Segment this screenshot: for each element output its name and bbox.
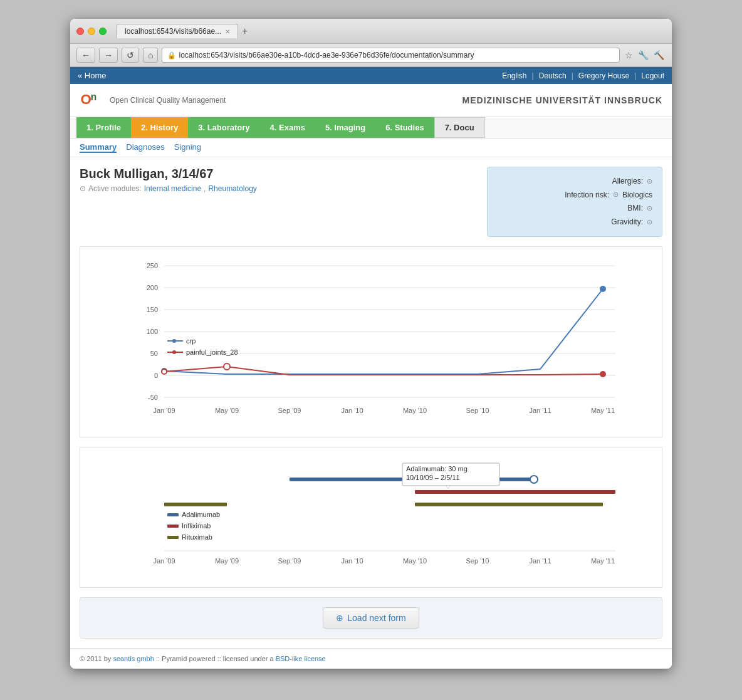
- bookmark-icon[interactable]: ☆: [624, 49, 634, 61]
- svg-text:Jan '10: Jan '10: [341, 557, 363, 565]
- subnav-diagnoses[interactable]: Diagnoses: [126, 142, 164, 153]
- forward-button[interactable]: →: [99, 48, 118, 63]
- tab-title: localhost:6543/visits/b66ae...: [125, 27, 221, 36]
- browser-tabs: localhost:6543/visits/b66ae... ✕ +: [117, 24, 666, 38]
- load-label: Load next form: [347, 613, 405, 623]
- svg-text:50: 50: [150, 350, 158, 357]
- svg-text:150: 150: [147, 306, 158, 313]
- svg-rect-51: [164, 503, 227, 506]
- svg-text:n: n: [91, 91, 97, 102]
- main-nav: 1. Profile 2. History 3. Laboratory 4. E…: [70, 117, 672, 138]
- bmi-icon: ⊙: [647, 202, 652, 215]
- allergies-icon: ⊙: [647, 175, 652, 188]
- svg-text:Sep '10: Sep '10: [466, 557, 489, 565]
- svg-point-33: [172, 350, 176, 354]
- bmi-label: BMI:: [627, 202, 643, 216]
- svg-text:Adalimumab: Adalimumab: [182, 511, 220, 518]
- active-tab[interactable]: localhost:6543/visits/b66ae... ✕: [117, 24, 238, 38]
- tab-imaging[interactable]: 5. Imaging: [315, 117, 375, 138]
- gravidity-icon: ⊙: [647, 216, 652, 229]
- browser-toolbar: ← → ↺ ⌂ 🔒 localhost:6543/visits/b66ae30e…: [70, 44, 672, 67]
- infection-row: Infection risk: ⊙ Biologics: [497, 189, 652, 202]
- svg-text:-50: -50: [148, 394, 158, 401]
- bmi-row: BMI: ⊙: [497, 202, 652, 216]
- svg-text:250: 250: [147, 262, 158, 269]
- left-content: Buck Mulligan, 3/14/67 ⊙ Active modules:…: [80, 167, 478, 237]
- bsd-license-link[interactable]: BSD-like license: [276, 655, 326, 662]
- logout-link[interactable]: Logout: [641, 71, 664, 80]
- tab-studies[interactable]: 6. Studies: [375, 117, 434, 138]
- home-link[interactable]: Home: [78, 71, 107, 80]
- svg-text:May '11: May '11: [591, 557, 615, 565]
- gravidity-row: Gravidity: ⊙: [497, 216, 652, 229]
- svg-text:Sep '09: Sep '09: [278, 407, 301, 414]
- svg-point-25: [600, 286, 605, 291]
- tab-laboratory[interactable]: 3. Laboratory: [188, 117, 259, 138]
- svg-text:Rituximab: Rituximab: [182, 533, 212, 541]
- module-internal-medicine[interactable]: Internal medicine: [144, 184, 201, 193]
- user-name[interactable]: Gregory House: [578, 71, 629, 80]
- footer-text-3: :: licensed under a: [217, 655, 274, 662]
- svg-text:crp: crp: [186, 337, 196, 345]
- svg-text:100: 100: [147, 328, 158, 335]
- svg-text:Infliximab: Infliximab: [182, 522, 211, 530]
- load-icon: ⊕: [336, 613, 343, 623]
- svg-text:Jan '09: Jan '09: [153, 557, 175, 565]
- tab-history[interactable]: 2. History: [131, 117, 188, 138]
- svg-text:Jan '11: Jan '11: [529, 557, 551, 565]
- seantis-link[interactable]: seantis gmbh: [113, 655, 154, 662]
- infection-icon: ⊙: [613, 189, 619, 201]
- patient-name: Buck Mulligan, 3/14/67: [80, 167, 478, 181]
- infection-value: Biologics: [622, 189, 652, 202]
- reload-button[interactable]: ↺: [122, 48, 139, 63]
- subnav-summary[interactable]: Summary: [80, 142, 117, 153]
- svg-text:200: 200: [147, 284, 158, 291]
- tab-docu[interactable]: 7. Docu: [434, 117, 485, 138]
- svg-text:Adalimumab: 30 mg: Adalimumab: 30 mg: [406, 465, 468, 473]
- browser-actions: ☆ 🔧 🔨: [624, 49, 666, 61]
- tab-profile[interactable]: 1. Profile: [76, 117, 131, 138]
- lab-chart-svg: 250 200 150 100 50 0 -50 Jan '09 May '09…: [86, 253, 656, 429]
- module-rheumatology[interactable]: Rheumatology: [208, 184, 256, 193]
- svg-text:May '10: May '10: [403, 557, 427, 565]
- new-tab-button[interactable]: +: [238, 24, 251, 38]
- home-button[interactable]: ⌂: [143, 48, 158, 63]
- svg-text:May '09: May '09: [215, 407, 239, 414]
- svg-text:Jan '09: Jan '09: [153, 407, 175, 414]
- footer-text-1: © 2011 by: [80, 655, 111, 662]
- svg-text:May '09: May '09: [215, 557, 239, 565]
- top-nav: Home English | Deutsch | Gregory House |…: [70, 67, 672, 84]
- university-name: MEDIZINISCHE UNIVERSITÄT INNSBRUCK: [462, 95, 662, 105]
- wrench-icon[interactable]: 🔧: [637, 49, 650, 61]
- app-logo: O n: [80, 90, 105, 110]
- load-next-form-button[interactable]: ⊕ Load next form: [323, 607, 419, 629]
- logo-area: O n Open Clinical Quality Management: [80, 90, 226, 110]
- address-bar[interactable]: 🔒 localhost:6543/visits/b66ae30e-a10b-4d…: [162, 48, 620, 63]
- allergies-label: Allergies:: [612, 175, 643, 189]
- modules-label: Active modules:: [88, 184, 142, 193]
- med-timeline-svg: Jan '09 May '09 Sep '09 Jan '10 May '10 …: [86, 454, 656, 579]
- info-icon: ⊙: [80, 184, 86, 193]
- content-row: Buck Mulligan, 3/14/67 ⊙ Active modules:…: [80, 167, 662, 237]
- svg-rect-50: [415, 490, 615, 494]
- tab-close-icon[interactable]: ✕: [225, 28, 230, 35]
- lang-english[interactable]: English: [502, 71, 526, 80]
- maximize-button[interactable]: [99, 28, 107, 35]
- tab-exams[interactable]: 4. Exams: [260, 117, 315, 138]
- svg-text:Sep '09: Sep '09: [278, 557, 301, 565]
- app-header: O n Open Clinical Quality Management MED…: [70, 84, 672, 117]
- svg-text:0: 0: [154, 372, 158, 379]
- svg-point-26: [162, 369, 167, 374]
- close-button[interactable]: [76, 28, 84, 35]
- svg-point-28: [600, 372, 605, 377]
- infection-label: Infection risk:: [565, 189, 609, 202]
- svg-text:O: O: [81, 91, 91, 107]
- svg-rect-57: [167, 536, 179, 539]
- sub-nav: Summary Diagnoses Signing: [70, 138, 672, 157]
- subnav-signing[interactable]: Signing: [174, 142, 201, 153]
- back-button[interactable]: ←: [76, 48, 95, 63]
- settings-icon[interactable]: 🔨: [652, 49, 666, 61]
- lang-deutsch[interactable]: Deutsch: [539, 71, 567, 80]
- svg-text:Sep '10: Sep '10: [466, 407, 489, 414]
- minimize-button[interactable]: [88, 28, 95, 35]
